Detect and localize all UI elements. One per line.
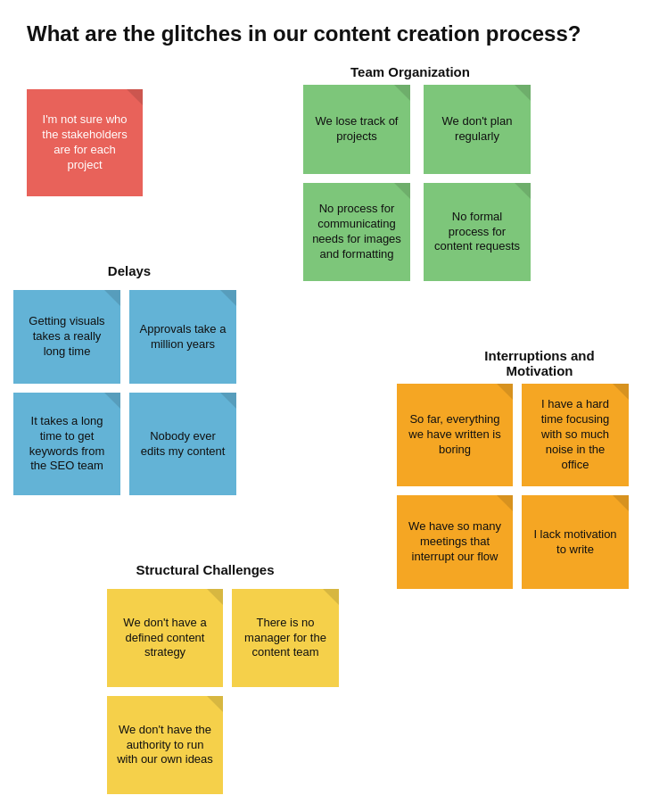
- note-no-authority: We don't have the authority to run with …: [107, 696, 223, 794]
- note-stakeholders: I'm not sure who the stakeholders are fo…: [27, 89, 143, 196]
- note-no-strategy: We don't have a defined content strategy: [107, 589, 223, 687]
- page-title: What are the glitches in our content cre…: [0, 0, 651, 55]
- note-no-formal: No formal process for content requests: [424, 183, 531, 281]
- note-keywords: It takes a long time to get keywords fro…: [13, 393, 120, 495]
- note-meetings: We have so many meetings that interrupt …: [397, 495, 513, 589]
- structural-label: Structural Challenges: [116, 562, 294, 577]
- note-dont-plan: We don't plan regularly: [424, 85, 531, 174]
- note-boring: So far, everything we have written is bo…: [397, 384, 513, 486]
- interruptions-label: Interruptions and Motivation: [455, 348, 624, 378]
- note-no-process-images: No process for communicating needs for i…: [303, 183, 410, 281]
- note-approvals: Approvals take a million years: [129, 290, 236, 384]
- delays-label: Delays: [71, 263, 187, 278]
- note-lack-motivation: I lack motivation to write: [522, 495, 629, 589]
- note-lose-track: We lose track of projects: [303, 85, 410, 174]
- note-nobody-edits: Nobody ever edits my content: [129, 393, 236, 495]
- team-org-label: Team Organization: [339, 64, 482, 79]
- note-no-manager: There is no manager for the content team: [232, 589, 339, 687]
- note-getting-visuals: Getting visuals takes a really long time: [13, 290, 120, 384]
- note-hard-focusing: I have a hard time focusing with so much…: [522, 384, 629, 486]
